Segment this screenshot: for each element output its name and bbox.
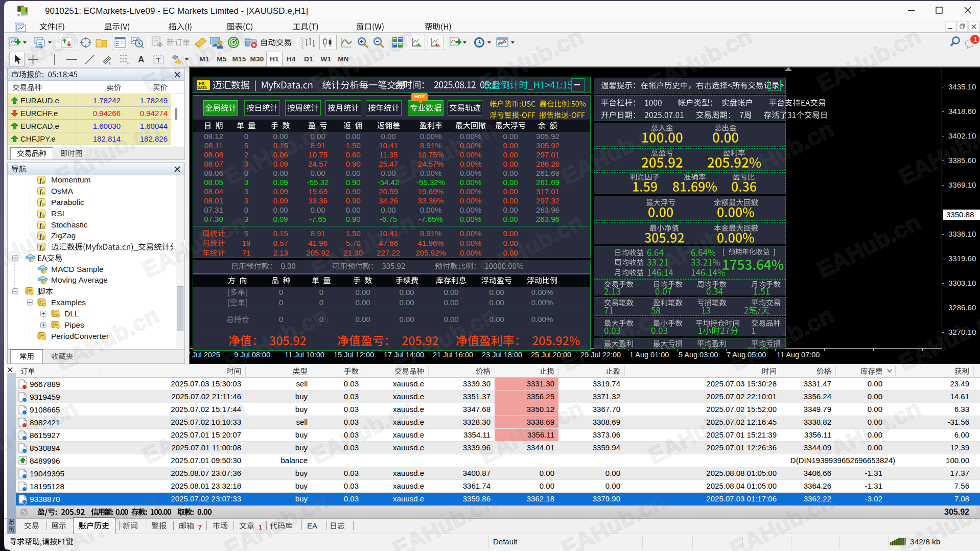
svg-text:E: E <box>109 61 112 65</box>
svg-text:FX: FX <box>199 81 205 86</box>
svg-text:PLOTIO: PLOTIO <box>17 14 28 17</box>
svg-text:1: 1 <box>973 36 977 43</box>
svg-text:DATA: DATA <box>198 86 207 89</box>
